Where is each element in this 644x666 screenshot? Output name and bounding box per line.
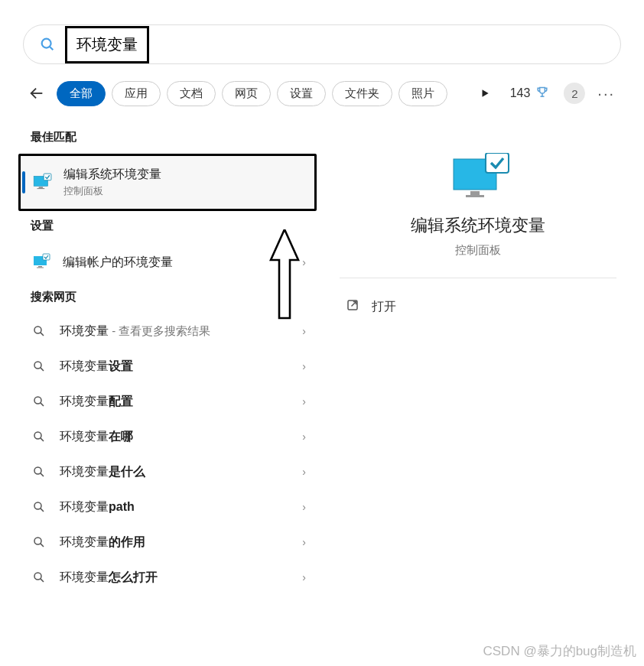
- search-bar[interactable]: 环境变量: [23, 24, 621, 64]
- svg-point-25: [34, 502, 41, 509]
- svg-rect-12: [38, 266, 42, 268]
- web-item-label: 环境变量的作用: [60, 534, 145, 551]
- svg-rect-13: [37, 268, 44, 268]
- search-icon: [31, 534, 47, 551]
- svg-line-28: [41, 544, 44, 547]
- web-item-label: 环境变量 - 查看更多搜索结果: [60, 323, 210, 339]
- more-menu[interactable]: ···: [591, 85, 621, 102]
- back-button[interactable]: [23, 80, 50, 107]
- search-icon: [39, 36, 56, 53]
- search-icon: [31, 569, 47, 586]
- filter-apps[interactable]: 应用: [112, 81, 161, 106]
- svg-rect-14: [43, 254, 50, 260]
- rewards-points[interactable]: 143: [510, 86, 551, 101]
- best-match-highlight-box: 编辑系统环境变量 控制面板: [18, 154, 317, 211]
- filter-settings[interactable]: 设置: [277, 81, 326, 106]
- svg-line-18: [41, 368, 44, 371]
- filter-photos[interactable]: 照片: [398, 81, 447, 106]
- monitor-check-icon: [31, 172, 53, 193]
- group-settings: 设置: [18, 211, 317, 242]
- svg-point-17: [34, 362, 41, 369]
- results-list: 最佳匹配 编辑系统环境变量 控制面板 设置 编辑帐户的环境变量: [18, 122, 317, 595]
- watermark: CSDN @暴力的bug制造机: [483, 642, 636, 660]
- search-icon: [31, 393, 47, 410]
- web-item-1[interactable]: 环境变量设置 ›: [18, 349, 317, 384]
- group-web: 搜索网页: [18, 282, 317, 314]
- web-item-label: 环境变量是什么: [60, 464, 145, 480]
- chevron-right-icon: ›: [302, 536, 306, 548]
- svg-point-0: [42, 39, 51, 48]
- divider: [340, 278, 616, 278]
- detail-panel: 编辑系统环境变量 控制面板 打开: [330, 122, 626, 595]
- search-icon: [31, 323, 47, 339]
- web-item-label: 环境变量path: [60, 499, 135, 515]
- filter-all[interactable]: 全部: [57, 81, 106, 106]
- filter-row: 全部 应用 文档 网页 设置 文件夹 照片 143 2 ···: [15, 80, 629, 122]
- web-item-label: 环境变量设置: [60, 359, 133, 375]
- search-icon: [31, 499, 47, 515]
- detail-title: 编辑系统环境变量: [411, 214, 545, 237]
- search-input[interactable]: 环境变量: [65, 26, 149, 63]
- monitor-check-icon-large: [452, 153, 504, 199]
- filter-docs[interactable]: 文档: [167, 81, 216, 106]
- svg-marker-3: [482, 89, 488, 96]
- web-item-label: 环境变量配置: [60, 394, 133, 410]
- monitor-check-icon: [31, 252, 52, 273]
- web-item-7[interactable]: 环境变量怎么打开 ›: [18, 560, 317, 595]
- filter-web[interactable]: 网页: [222, 81, 271, 106]
- svg-point-29: [34, 573, 41, 580]
- best-match-item[interactable]: 编辑系统环境变量 控制面板: [21, 158, 314, 207]
- open-action[interactable]: 打开: [340, 298, 616, 315]
- svg-rect-33: [470, 191, 480, 195]
- svg-point-19: [34, 397, 41, 404]
- web-item-label: 环境变量怎么打开: [60, 570, 158, 586]
- play-button[interactable]: [473, 82, 496, 105]
- notification-count[interactable]: 2: [564, 83, 585, 104]
- svg-line-24: [41, 473, 44, 476]
- svg-line-20: [41, 403, 44, 406]
- search-icon: [31, 428, 47, 445]
- web-item-6[interactable]: 环境变量的作用 ›: [18, 525, 317, 560]
- chevron-right-icon: ›: [302, 256, 306, 268]
- svg-point-21: [34, 432, 41, 439]
- chevron-right-icon: ›: [302, 430, 306, 443]
- open-label: 打开: [372, 299, 396, 315]
- web-item-3[interactable]: 环境变量在哪 ›: [18, 419, 317, 454]
- best-match-title: 编辑系统环境变量: [63, 167, 161, 183]
- svg-line-16: [41, 333, 44, 336]
- filter-folders[interactable]: 文件夹: [332, 81, 392, 106]
- detail-subtitle: 控制面板: [455, 243, 501, 258]
- group-best-match: 最佳匹配: [18, 122, 317, 154]
- svg-rect-8: [39, 187, 43, 188]
- chevron-right-icon: ›: [302, 501, 306, 513]
- chevron-right-icon: ›: [302, 395, 306, 408]
- web-item-5[interactable]: 环境变量path ›: [18, 489, 317, 525]
- chevron-right-icon: ›: [302, 325, 306, 337]
- settings-item-0[interactable]: 编辑帐户的环境变量 ›: [18, 242, 317, 282]
- svg-rect-9: [37, 188, 45, 189]
- svg-rect-10: [44, 174, 51, 180]
- search-icon: [31, 358, 47, 375]
- svg-point-15: [34, 327, 41, 333]
- settings-item-label: 编辑帐户的环境变量: [63, 255, 173, 271]
- svg-line-30: [41, 579, 44, 582]
- svg-point-23: [34, 467, 41, 474]
- best-match-subtitle: 控制面板: [63, 184, 161, 198]
- web-item-2[interactable]: 环境变量配置 ›: [18, 384, 317, 419]
- chevron-right-icon: ›: [302, 360, 306, 372]
- svg-point-27: [34, 538, 41, 544]
- svg-rect-35: [486, 153, 509, 173]
- open-external-icon: [346, 298, 359, 315]
- web-item-0[interactable]: 环境变量 - 查看更多搜索结果 ›: [18, 314, 317, 349]
- trophy-icon: [535, 86, 550, 101]
- web-item-label: 环境变量在哪: [60, 429, 133, 445]
- web-item-4[interactable]: 环境变量是什么 ›: [18, 454, 317, 489]
- svg-line-1: [50, 47, 53, 50]
- search-icon: [31, 463, 47, 480]
- svg-line-26: [41, 508, 44, 512]
- chevron-right-icon: ›: [302, 466, 306, 478]
- chevron-right-icon: ›: [302, 571, 306, 583]
- svg-line-22: [41, 438, 44, 441]
- svg-rect-34: [466, 195, 484, 197]
